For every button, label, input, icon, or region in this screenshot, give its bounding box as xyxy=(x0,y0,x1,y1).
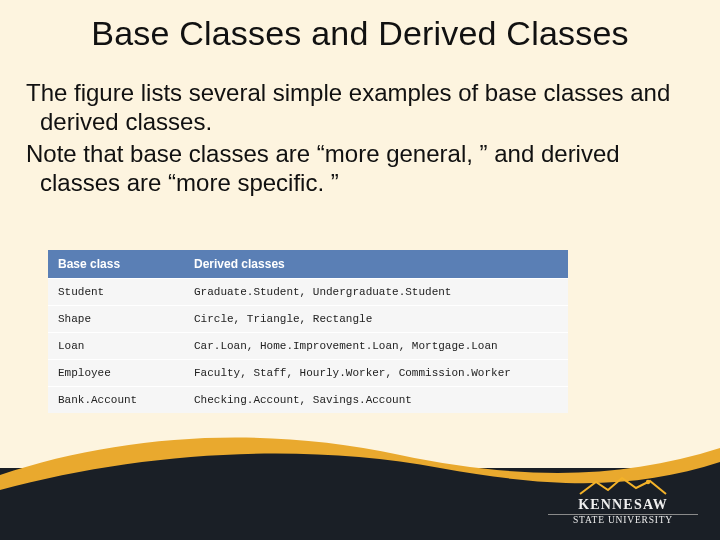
cell-base: Shape xyxy=(48,306,186,332)
cell-derived: Circle, Triangle, Rectangle xyxy=(186,306,568,332)
mountain-icon xyxy=(578,476,668,496)
table-row: Loan Car.Loan, Home.Improvement.Loan, Mo… xyxy=(48,333,568,360)
slide: Base Classes and Derived Classes The fig… xyxy=(0,0,720,540)
body-text: The figure lists several simple examples… xyxy=(26,78,694,199)
cell-derived: Car.Loan, Home.Improvement.Loan, Mortgag… xyxy=(186,333,568,359)
svg-point-0 xyxy=(646,480,650,484)
table-row: Employee Faculty, Staff, Hourly.Worker, … xyxy=(48,360,568,387)
cell-base: Loan xyxy=(48,333,186,359)
table-header-row: Base class Derived classes xyxy=(48,250,568,279)
header-base-class: Base class xyxy=(48,250,186,278)
logo-line1: KENNESAW xyxy=(548,498,698,512)
paragraph-1: The figure lists several simple examples… xyxy=(26,78,694,137)
kennesaw-logo: KENNESAW STATE UNIVERSITY xyxy=(548,476,698,530)
paragraph-2: Note that base classes are “more general… xyxy=(26,139,694,198)
slide-title: Base Classes and Derived Classes xyxy=(0,14,720,53)
table-row: Shape Circle, Triangle, Rectangle xyxy=(48,306,568,333)
cell-base: Employee xyxy=(48,360,186,386)
table-row: Bank.Account Checking.Account, Savings.A… xyxy=(48,387,568,413)
cell-base: Student xyxy=(48,279,186,305)
classes-table: Base class Derived classes Student Gradu… xyxy=(48,250,568,413)
table-row: Student Graduate.Student, Undergraduate.… xyxy=(48,279,568,306)
cell-derived: Faculty, Staff, Hourly.Worker, Commissio… xyxy=(186,360,568,386)
logo-line2: STATE UNIVERSITY xyxy=(548,514,698,526)
cell-derived: Checking.Account, Savings.Account xyxy=(186,387,568,413)
cell-base: Bank.Account xyxy=(48,387,186,413)
cell-derived: Graduate.Student, Undergraduate.Student xyxy=(186,279,568,305)
header-derived-classes: Derived classes xyxy=(186,250,568,278)
